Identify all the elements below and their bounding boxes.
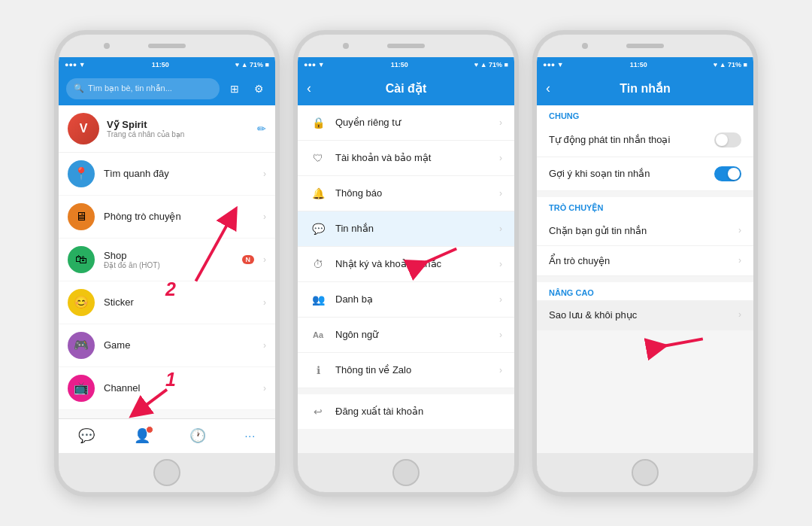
backup-item[interactable]: Sao lưu & khôi phục › [537,300,753,330]
shop-label: Shop [104,250,233,261]
gear-icon[interactable]: ⚙ [250,80,268,98]
suggestion-toggle[interactable] [714,166,741,181]
home-button-1[interactable] [153,459,180,486]
menu-item-find[interactable]: 📍 Tìm quanh đây › [59,153,275,196]
suggestion-knob [728,168,740,180]
status-time-1: 11:50 [152,61,169,68]
status-bar-2: ●●● ▼ 11:50 ♥ ▲ 71% ■ [298,57,514,72]
p2-back-btn[interactable]: ‹ [307,81,311,96]
privacy-icon: 🔒 [310,114,326,131]
messages-chevron: › [499,223,502,234]
p3-title: Tin nhắn [620,81,670,96]
logout-icon: ↩ [310,403,326,420]
phone-camera-2 [343,43,349,49]
contacts-chevron: › [499,294,502,305]
status-signal-2: ●●● ▼ [304,61,325,68]
home-button-2[interactable] [392,459,420,486]
status-battery-1: ♥ ▲ 71% ■ [235,61,269,68]
auto-play-toggle[interactable] [714,132,741,147]
status-right-2: ♥ ▲ 71% ■ [474,61,508,68]
avatar: V [68,113,99,144]
edit-icon[interactable]: ✏ [257,123,266,135]
tab-contacts[interactable]: 👤 [134,427,150,444]
messages-icon: 💬 [310,220,326,237]
diary-label: Nhật ký và khoảnh khắc [335,258,490,269]
settings-item-language[interactable]: Aa Ngôn ngữ › [298,318,514,353]
menu-item-shop[interactable]: 🛍 Shop Đặt đồ ăn (HOT) N › [59,239,275,281]
chat-room-chevron: › [263,211,266,222]
phone-camera-3 [582,43,588,49]
privacy-chevron: › [499,117,502,128]
p3-back-btn[interactable]: ‹ [546,81,550,96]
toggle-suggestion[interactable]: Gợi ý khi soạn tin nhắn [537,157,753,191]
search-placeholder: Tìm bạn bè, tin nhắn... [88,84,172,93]
account-label: Tài khoản và bảo mật [335,152,490,163]
status-time-2: 11:50 [391,61,408,68]
sticker-icon: 😊 [68,289,95,316]
shop-badge: N [242,255,255,264]
toggle-auto-play[interactable]: Tự động phát tin nhắn thoại [537,123,753,157]
diary-icon: ⏱ [310,256,326,272]
tab-more[interactable]: ··· [244,430,256,442]
settings-item-contacts[interactable]: 👥 Danh bạ › [298,282,514,318]
menu-item-channel[interactable]: 📺 Channel › [59,367,275,410]
shop-icon: 🛍 [68,246,95,273]
tab-more-icon: ··· [244,430,256,442]
p3-header: ‹ Tin nhắn [537,72,753,105]
hide-chat-item[interactable]: Ẩn trò chuyện › [537,246,753,276]
chat-room-label: Phòng trò chuyện [104,211,254,222]
status-right-1: ♥ ▲ 71% ■ [235,61,269,68]
status-battery-3: ♥ ▲ 71% ■ [714,61,747,68]
phone-top-bar-2 [298,35,514,57]
settings-logout[interactable]: ↩ Đăng xuất tài khoản [298,394,514,429]
settings-item-messages[interactable]: 💬 Tin nhắn › [298,211,514,247]
tab-history[interactable]: 🕐 [189,427,206,444]
settings-item-privacy[interactable]: 🔒 Quyền riêng tư › [298,105,514,141]
p1-header: 🔍 Tìm bạn bè, tin nhắn... ⊞ ⚙ [59,72,275,105]
about-icon: ℹ [310,362,326,379]
phone-bottom-3 [537,453,753,492]
profile-name: Vỹ Spirit [107,119,184,130]
phone-screen-1: ●●● ▼ 11:50 ♥ ▲ 71% ■ 🔍 Tìm bạn bè, tin … [59,57,275,453]
settings-item-about[interactable]: ℹ Thông tin về Zalo › [298,353,514,388]
find-icon: 📍 [68,160,95,187]
about-label: Thông tin về Zalo [335,364,490,375]
phone-top-bar-3 [537,35,753,57]
account-icon: 🛡 [310,150,326,166]
notify-icon: 🔔 [310,185,326,202]
settings-item-diary[interactable]: ⏱ Nhật ký và khoảnh khắc › [298,247,514,282]
section-nangcao: NÂNG CAO [537,282,753,300]
settings-item-notify[interactable]: 🔔 Thông báo › [298,176,514,211]
channel-chevron: › [263,383,266,394]
settings-item-account[interactable]: 🛡 Tài khoản và bảo mật › [298,141,514,176]
section-divider-2 [537,276,753,282]
contacts-icon: 👥 [310,291,326,308]
menu-item-sticker[interactable]: 😊 Sticker › [59,281,275,324]
phone-bottom-1 [59,453,275,492]
phone-screen-3: ●●● ▼ 11:50 ♥ ▲ 71% ■ ‹ Tin nhắn CHUNG T… [537,57,753,453]
menu-item-chat-room[interactable]: 🖥 Phòng trò chuyện › [59,196,275,239]
profile-row[interactable]: V Vỹ Spirit Trang cá nhân của bạn ✏ [59,105,275,153]
sticker-chevron: › [263,297,266,308]
find-label: Tìm quanh đây [104,168,254,179]
p1-search-bar[interactable]: 🔍 Tìm bạn bè, tin nhắn... [66,78,220,99]
chat-room-icon: 🖥 [68,203,95,230]
tab-messages[interactable]: 💬 [78,427,95,444]
hide-chat-chevron: › [738,255,741,266]
p2-header: ‹ Cài đặt [298,72,514,105]
status-battery-2: ♥ ▲ 71% ■ [474,61,508,68]
channel-label: Channel [104,382,254,394]
home-button-3[interactable] [632,459,659,486]
shop-sub: Đặt đồ ăn (HOT) [104,261,233,269]
block-messages-item[interactable]: Chặn bạn gửi tin nhắn › [537,216,753,246]
phone-speaker-1 [148,44,186,48]
menu-item-game[interactable]: 🎮 Game › [59,324,275,367]
status-bar-1: ●●● ▼ 11:50 ♥ ▲ 71% ■ [59,57,275,72]
tab-bar-1: 💬 👤 🕐 ··· [59,418,275,453]
qr-icon[interactable]: ⊞ [226,80,244,98]
profile-info: Vỹ Spirit Trang cá nhân của bạn [107,119,184,138]
contacts-label: Danh bạ [335,293,490,305]
phone-3: ●●● ▼ 11:50 ♥ ▲ 71% ■ ‹ Tin nhắn CHUNG T… [532,30,758,497]
phone-speaker-3 [626,44,664,48]
messages-label: Tin nhắn [335,223,490,234]
